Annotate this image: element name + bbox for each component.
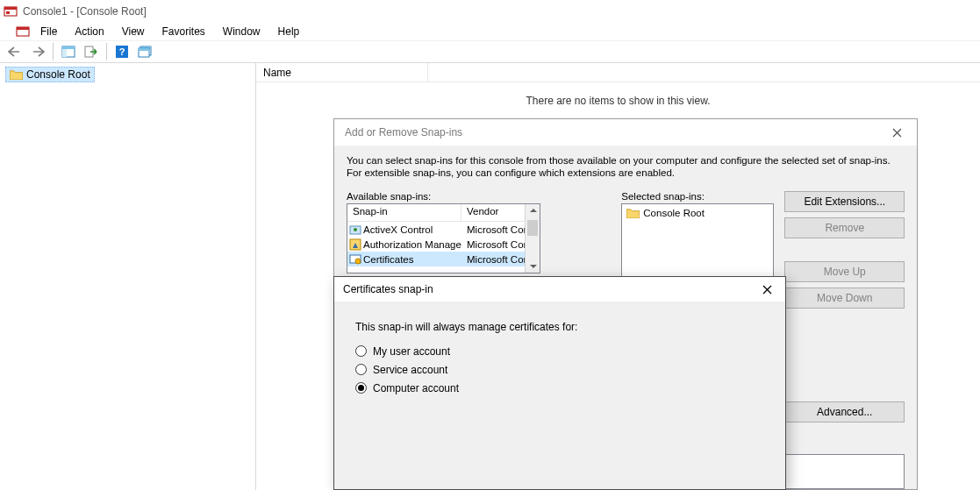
close-icon [892, 128, 902, 138]
tree-root-node[interactable]: Console Root [5, 67, 95, 82]
svg-rect-6 [62, 46, 75, 49]
svg-rect-2 [6, 11, 10, 14]
selected-label: Selected snap-ins: [621, 191, 774, 202]
list-header-row: Name [256, 63, 980, 82]
column-snapin[interactable]: Snap-in [347, 204, 461, 221]
cert-close-button[interactable] [754, 279, 780, 300]
certificates-snapin-dialog: Certificates snap-in This snap-in will a… [333, 276, 786, 490]
export-list-button[interactable] [82, 42, 101, 61]
help-button[interactable]: ? [112, 42, 132, 61]
radio-icon [355, 364, 367, 375]
available-scrollbar[interactable] [525, 204, 540, 273]
menu-app-icon [16, 25, 30, 39]
available-snapins-list[interactable]: Snap-in Vendor ActiveX Control Microsoft… [347, 203, 540, 273]
cert-prompt: This snap-in will always manage certific… [355, 321, 764, 333]
forward-button[interactable] [28, 42, 47, 61]
app-icon [4, 4, 18, 18]
window-title: Console1 - [Console Root] [23, 5, 147, 18]
list-item[interactable]: Authorization Manager Microsoft Cor... [347, 237, 540, 252]
close-icon [762, 285, 772, 295]
menu-help[interactable]: Help [269, 24, 309, 39]
new-window-button[interactable] [135, 42, 154, 61]
radio-icon [355, 345, 367, 357]
menu-file[interactable]: File [32, 24, 66, 39]
snapins-button-column: Edit Extensions... Remove Move Up Move D… [784, 191, 905, 426]
svg-rect-7 [62, 49, 67, 57]
radio-computer-account[interactable]: Computer account [355, 379, 764, 397]
empty-list-message: There are no items to show in this view. [256, 82, 980, 112]
move-down-button[interactable]: Move Down [784, 288, 905, 309]
list-item[interactable]: Console Root [623, 205, 772, 221]
radio-icon [355, 382, 367, 394]
snapins-title-bar[interactable]: Add or Remove Snap-ins [334, 119, 917, 146]
radio-my-user-account[interactable]: My user account [355, 342, 764, 360]
activex-icon [349, 224, 361, 236]
snapins-close-button[interactable] [883, 122, 910, 143]
list-item[interactable]: ActiveX Control Microsoft Cor... [347, 222, 540, 237]
toolbar-separator [53, 43, 54, 60]
folder-icon [626, 208, 640, 218]
menu-bar: File Action View Favorites Window Help [0, 22, 980, 40]
menu-action[interactable]: Action [66, 24, 112, 39]
available-header: Snap-in Vendor [347, 204, 540, 222]
azman-icon [349, 238, 361, 251]
toolbar: ? [0, 40, 980, 63]
edit-extensions-button[interactable]: Edit Extensions... [784, 191, 905, 212]
toolbar-separator [106, 43, 107, 60]
list-item[interactable]: Certificates Microsoft Cor... [347, 252, 540, 266]
svg-rect-1 [4, 7, 17, 10]
svg-rect-14 [139, 48, 149, 51]
svg-point-19 [355, 259, 361, 264]
menu-window[interactable]: Window [214, 24, 269, 39]
radio-service-account[interactable]: Service account [355, 360, 764, 379]
snapins-title: Add or Remove Snap-ins [345, 126, 462, 138]
back-button[interactable] [5, 42, 25, 61]
folder-icon [10, 69, 23, 80]
show-hide-tree-button[interactable] [59, 42, 78, 61]
window-title-bar: Console1 - [Console Root] [0, 0, 980, 22]
tree-pane[interactable]: Console Root [0, 63, 256, 490]
cert-title-bar[interactable]: Certificates snap-in [334, 277, 785, 302]
move-up-button[interactable]: Move Up [784, 261, 905, 282]
available-label: Available snap-ins: [347, 191, 540, 202]
certificates-icon [349, 253, 361, 266]
svg-point-16 [354, 228, 357, 231]
advanced-button[interactable]: Advanced... [784, 401, 905, 423]
cert-title: Certificates snap-in [343, 283, 433, 295]
svg-rect-4 [17, 27, 29, 30]
svg-text:?: ? [119, 46, 125, 57]
menu-view[interactable]: View [113, 24, 154, 39]
column-name[interactable]: Name [256, 63, 428, 82]
snapins-description: You can select snap-ins for this console… [347, 154, 905, 179]
menu-favorites[interactable]: Favorites [154, 24, 214, 39]
tree-root-label: Console Root [26, 68, 90, 81]
remove-button[interactable]: Remove [784, 217, 905, 238]
